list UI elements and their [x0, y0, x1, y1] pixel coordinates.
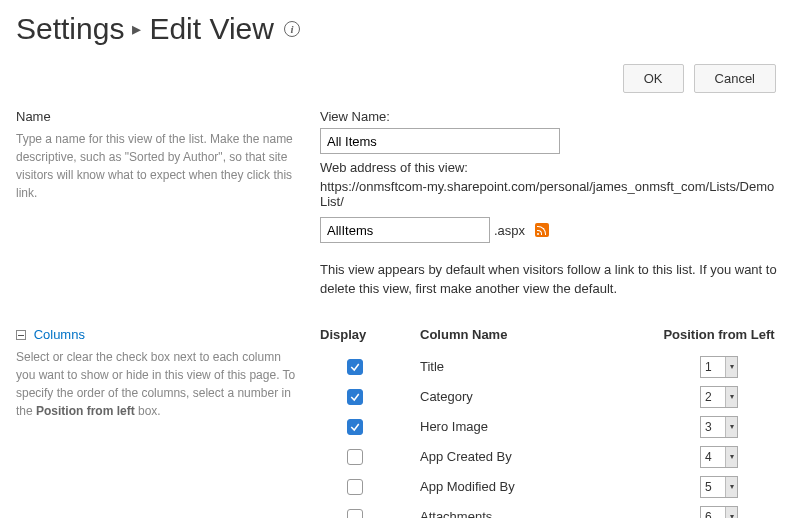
column-name-label: App Created By	[390, 449, 654, 464]
header-display: Display	[320, 327, 390, 342]
header-position: Position from Left	[654, 327, 784, 342]
web-address-prefix: https://onmsftcom-my.sharepoint.com/pers…	[320, 179, 784, 209]
display-checkbox[interactable]	[347, 449, 363, 465]
table-row: Category2▾	[320, 382, 784, 412]
table-row: Title1▾	[320, 352, 784, 382]
chevron-down-icon: ▾	[725, 387, 737, 407]
page-title: Edit View	[149, 12, 274, 46]
table-row: Hero Image3▾	[320, 412, 784, 442]
table-row: App Created By4▾	[320, 442, 784, 472]
position-select[interactable]: 5▾	[700, 476, 738, 498]
header-column-name: Column Name	[390, 327, 654, 342]
chevron-down-icon: ▾	[725, 507, 737, 518]
columns-section: Columns Select or clear the check box ne…	[16, 327, 784, 518]
web-address-row: .aspx	[320, 217, 784, 243]
columns-table-header: Display Column Name Position from Left	[320, 327, 784, 342]
display-checkbox[interactable]	[347, 389, 363, 405]
page-header: Settings ▸ Edit View i	[16, 12, 784, 46]
columns-section-title: Columns	[34, 327, 85, 342]
breadcrumb-separator: ▸	[132, 18, 141, 40]
position-select[interactable]: 1▾	[700, 356, 738, 378]
cancel-button[interactable]: Cancel	[694, 64, 776, 93]
display-checkbox[interactable]	[347, 479, 363, 495]
default-view-note: This view appears by default when visito…	[320, 261, 784, 299]
table-row: Attachments6▾	[320, 502, 784, 518]
url-filename-input[interactable]	[320, 217, 490, 243]
chevron-down-icon: ▾	[725, 447, 737, 467]
name-section-title: Name	[16, 109, 296, 124]
column-name-label: Hero Image	[390, 419, 654, 434]
column-name-label: App Modified By	[390, 479, 654, 494]
position-select[interactable]: 3▾	[700, 416, 738, 438]
column-name-label: Title	[390, 359, 654, 374]
view-name-input[interactable]	[320, 128, 560, 154]
info-icon[interactable]: i	[284, 21, 300, 37]
name-section: Name Type a name for this view of the li…	[16, 109, 784, 299]
view-name-label: View Name:	[320, 109, 784, 124]
columns-section-toggle[interactable]: Columns	[16, 327, 296, 342]
position-select[interactable]: 6▾	[700, 506, 738, 518]
table-row: App Modified By5▾	[320, 472, 784, 502]
display-checkbox[interactable]	[347, 359, 363, 375]
rss-icon[interactable]	[535, 223, 549, 237]
display-checkbox[interactable]	[347, 509, 363, 518]
name-section-help: Type a name for this view of the list. M…	[16, 130, 296, 202]
action-buttons: OK Cancel	[16, 64, 784, 93]
column-name-label: Attachments	[390, 509, 654, 518]
breadcrumb-settings[interactable]: Settings	[16, 12, 124, 46]
position-select[interactable]: 2▾	[700, 386, 738, 408]
column-name-label: Category	[390, 389, 654, 404]
columns-section-help: Select or clear the check box next to ea…	[16, 348, 296, 420]
chevron-down-icon: ▾	[725, 357, 737, 377]
url-suffix: .aspx	[494, 223, 525, 238]
display-checkbox[interactable]	[347, 419, 363, 435]
ok-button[interactable]: OK	[623, 64, 684, 93]
web-address-label: Web address of this view:	[320, 160, 784, 175]
chevron-down-icon: ▾	[725, 417, 737, 437]
position-select[interactable]: 4▾	[700, 446, 738, 468]
columns-table: Display Column Name Position from Left T…	[320, 327, 784, 518]
collapse-icon	[16, 330, 26, 340]
chevron-down-icon: ▾	[725, 477, 737, 497]
